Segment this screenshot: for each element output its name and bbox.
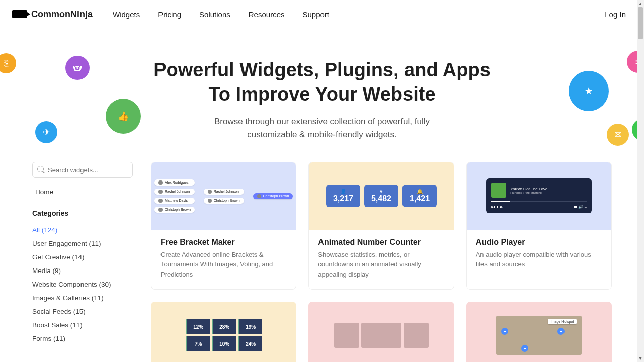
header: CommonNinja Widgets Pricing Solutions Re… — [0, 0, 644, 28]
nav-resources[interactable]: Resources — [249, 10, 285, 19]
search-icon — [37, 166, 44, 172]
category-item[interactable]: Media (9) — [32, 264, 133, 278]
card-desc: Create Advanced online Brackets & Tourna… — [160, 250, 287, 280]
card-title: Animated Number Counter — [318, 238, 444, 247]
card-desc: Showcase statistics, metrics, or countdo… — [318, 250, 444, 280]
hotspot-badge: Image Hotspot — [548, 319, 577, 324]
message-icon: ✉ — [607, 124, 629, 146]
feedback-icon: 👍 — [106, 99, 141, 134]
card-bracket-maker[interactable]: Alex RodriguezRachel JohnsonMatthew Davi… — [151, 162, 296, 290]
cards-icon: ★ — [569, 71, 609, 111]
categories-title: Categories — [32, 209, 133, 217]
search-box[interactable] — [32, 162, 133, 178]
album-art-icon — [491, 183, 506, 198]
hero-subtitle: Browse through our extensive collection … — [191, 115, 453, 142]
user-icon: 👤 — [333, 189, 353, 194]
bracket-chip: Christoph Brown — [204, 198, 244, 204]
brand-name: CommonNinja — [31, 9, 93, 20]
bar-cell: 19% — [238, 319, 262, 334]
logo[interactable]: CommonNinja — [12, 9, 93, 20]
logo-mark-icon — [12, 10, 27, 18]
sidebar: Home Categories All (124)User Engagement… — [32, 162, 133, 362]
category-item[interactable]: Images & Galleries (11) — [32, 291, 133, 305]
category-item[interactable]: Forms (11) — [32, 332, 133, 345]
card-media: Alex RodriguezRachel JohnsonMatthew Davi… — [151, 162, 296, 230]
hero-title: Powerful Widgets, Plugins, and Apps To I… — [146, 58, 498, 106]
nav-support[interactable]: Support — [302, 10, 329, 19]
card-media — [308, 302, 454, 362]
scrollbar-thumb[interactable] — [638, 7, 643, 39]
counter-value: 5,482 — [371, 194, 391, 203]
category-item[interactable]: Boost Sales (11) — [32, 318, 133, 332]
card-title: Free Bracket Maker — [160, 238, 287, 247]
category-item[interactable]: Social Feeds (15) — [32, 305, 133, 318]
track-artist: Florence + the Machine — [510, 191, 547, 194]
gallery-thumb — [404, 323, 429, 348]
main-nav: Widgets Pricing Solutions Resources Supp… — [113, 10, 605, 19]
card-bars[interactable]: 12%28%19%7%10%24% — [151, 302, 296, 362]
play-controls-icon: ⏮ ▶ ⏭ — [491, 205, 503, 209]
card-media: 12%28%19%7%10%24% — [151, 302, 296, 362]
bar-cell: 10% — [212, 336, 236, 351]
card-media: You've Got The Love Florence + the Machi… — [467, 162, 611, 230]
bracket-chip: Christoph Brown — [154, 207, 195, 213]
bracket-chip: Rachel Johnson — [154, 189, 195, 195]
category-item[interactable]: All (124) — [32, 223, 133, 237]
bar-cell: 7% — [186, 336, 210, 351]
gallery-thumb — [334, 323, 359, 348]
category-item[interactable]: User Engagement (11) — [32, 237, 133, 250]
audio-options-icon: ⇄ 🔊 ≡ — [574, 205, 587, 209]
bracket-chip: Christoph Brown — [253, 193, 293, 199]
category-item[interactable]: Get Creative (14) — [32, 250, 133, 264]
card-title: Audio Player — [476, 238, 602, 247]
ticket-icon: 🎟 — [65, 56, 90, 80]
bar-cell: 12% — [186, 319, 210, 334]
card-number-counter[interactable]: 👤3,217 ♥5,482 🔔1,421 Animated Number Cou… — [308, 162, 454, 290]
card-desc: An audio player compatible with various … — [476, 250, 602, 269]
nav-solutions[interactable]: Solutions — [199, 10, 230, 19]
track-title: You've Got The Love — [510, 187, 547, 191]
heart-icon: ♥ — [371, 189, 391, 194]
card-gallery[interactable] — [308, 302, 454, 362]
search-input[interactable] — [48, 166, 127, 174]
scroll-up-icon[interactable]: ▲ — [637, 0, 644, 7]
counter-value: 1,421 — [410, 194, 430, 203]
decor-icon: ⎘ — [0, 53, 16, 73]
telegram-icon: ✈ — [35, 121, 57, 143]
bar-cell: 24% — [238, 336, 262, 351]
main-content: Home Categories All (124)User Engagement… — [0, 162, 644, 362]
card-media: Image Hotspot + + + — [466, 302, 612, 362]
widget-grid: Alex RodriguezRachel JohnsonMatthew Davi… — [151, 162, 612, 362]
bracket-chip: Alex Rodriguez — [154, 179, 195, 186]
bell-icon: 🔔 — [410, 189, 430, 194]
nav-widgets[interactable]: Widgets — [113, 10, 140, 19]
card-media: 👤3,217 ♥5,482 🔔1,421 — [309, 162, 453, 230]
sidebar-home[interactable]: Home — [32, 185, 133, 202]
gallery-thumb — [361, 323, 401, 348]
bar-cell: 28% — [212, 319, 236, 334]
card-hotspot[interactable]: Image Hotspot + + + — [466, 302, 612, 362]
nav-pricing[interactable]: Pricing — [158, 10, 181, 19]
categories-list: All (124)User Engagement (11)Get Creativ… — [32, 223, 133, 345]
card-audio-player[interactable]: You've Got The Love Florence + the Machi… — [466, 162, 612, 290]
scrollbar[interactable]: ▲ ▼ — [637, 0, 644, 362]
category-item[interactable]: Website Components (30) — [32, 278, 133, 291]
login-link[interactable]: Log In — [605, 10, 626, 19]
hero: ⎘ 🎟 👍 ✈ ★ ≡ ✉ ✆ Powerful Widgets, Plugin… — [0, 28, 644, 162]
progress-bar — [491, 201, 587, 202]
counter-value: 3,217 — [333, 194, 353, 203]
bracket-chip: Rachel Johnson — [204, 189, 244, 195]
bracket-chip: Matthew Davis — [154, 198, 195, 204]
scroll-down-icon[interactable]: ▼ — [637, 355, 644, 362]
